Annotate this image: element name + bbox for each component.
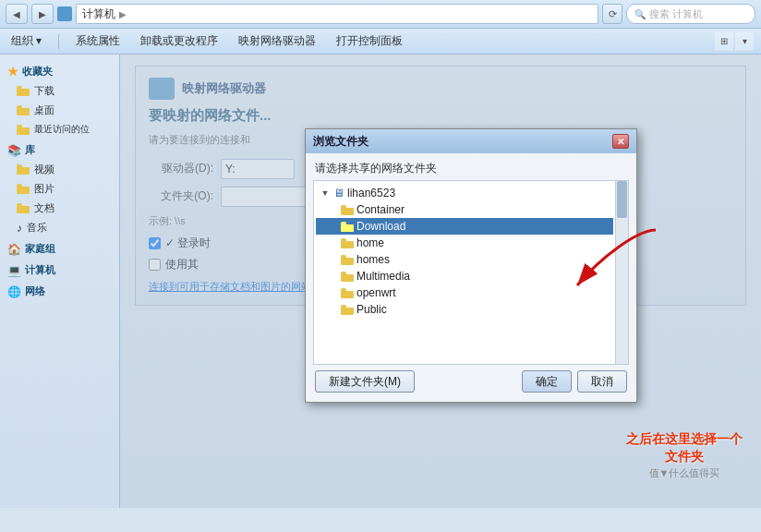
forward-button[interactable]: ▶ — [31, 4, 54, 24]
view-dropdown-button[interactable]: ▾ — [735, 32, 754, 51]
tree-content: ▼ 🖥 lihan6523 Container — [314, 181, 628, 321]
folder-tree[interactable]: ▼ 🖥 lihan6523 Container — [313, 180, 629, 365]
search-placeholder: 搜索 计算机 — [649, 7, 703, 21]
homegroup-icon: 🏠 — [7, 243, 21, 256]
sidebar-item-download[interactable]: 下载 — [0, 81, 119, 101]
computer-section: 💻 计算机 — [0, 260, 119, 280]
favorites-header[interactable]: ★ 收藏夹 — [0, 62, 119, 81]
system-properties-button[interactable]: 系统属性 — [72, 31, 124, 51]
scrollbar-thumb — [617, 181, 627, 218]
computer-side-icon: 💻 — [7, 264, 21, 277]
tree-scrollbar[interactable] — [615, 181, 628, 364]
breadcrumb-arrow: ▶ — [119, 9, 127, 19]
homegroup-label: 家庭组 — [25, 242, 55, 256]
folder-icon — [341, 222, 354, 232]
tree-node-openwrt[interactable]: openwrt — [316, 284, 613, 301]
annotation-line1: 之后在这里选择一个 — [626, 430, 743, 449]
expand-icon — [327, 304, 338, 315]
folder-icon — [17, 105, 30, 115]
sidebar-item-documents[interactable]: 文档 — [0, 199, 119, 218]
uninstall-button[interactable]: 卸载或更改程序 — [137, 31, 222, 51]
expand-icon — [327, 204, 338, 215]
homegroup-section: 🏠 家庭组 — [0, 239, 119, 259]
library-icon: 📚 — [7, 144, 21, 157]
sidebar-item-video[interactable]: 视频 — [0, 160, 119, 179]
refresh-button[interactable]: ⟳ — [602, 4, 622, 24]
network-label: 网络 — [25, 284, 45, 298]
folder-icon — [341, 272, 354, 282]
breadcrumb-label: 计算机 — [82, 6, 115, 22]
computer-header[interactable]: 💻 计算机 — [0, 260, 119, 280]
toolbar: 组织 ▾ 系统属性 卸载或更改程序 映射网络驱动器 打开控制面板 ⊞ ▾ — [0, 29, 761, 54]
dialog-footer-left: 新建文件夹(M) — [315, 370, 415, 393]
dialog-tree-container: ▼ 🖥 lihan6523 Container — [313, 180, 629, 365]
expand-icon — [327, 271, 338, 282]
computer-label: 计算机 — [25, 263, 55, 277]
tree-node-container[interactable]: Container — [316, 201, 613, 218]
network-section: 🌐 网络 — [0, 282, 119, 301]
tree-expand-icon: ▼ — [320, 187, 331, 199]
content-panel: 映射网络驱动器 要映射的网络文件... 请为要连接到的连接和 驱动器(D): 文… — [120, 54, 761, 508]
address-bar: ◀ ▶ 计算机 ▶ ⟳ 🔍 搜索 计算机 — [0, 0, 761, 29]
sidebar-item-desktop[interactable]: 桌面 — [0, 101, 119, 120]
dialog-prompt: 请选择共享的网络文件夹 — [315, 162, 437, 175]
dialog-footer: 新建文件夹(M) 确定 取消 — [306, 365, 636, 402]
library-section: 📚 库 视频 图片 文档 ♪ 音乐 — [0, 140, 119, 237]
folder-icon — [341, 305, 354, 315]
tree-node-root[interactable]: ▼ 🖥 lihan6523 — [316, 185, 613, 201]
tree-node-public[interactable]: Public — [316, 301, 613, 318]
homegroup-header[interactable]: 🏠 家庭组 — [0, 239, 119, 259]
ok-button[interactable]: 确定 — [522, 370, 572, 393]
dialog-title: 浏览文件夹 — [313, 134, 368, 150]
view-button[interactable]: ⊞ — [715, 32, 733, 51]
search-bar[interactable]: 🔍 搜索 计算机 — [626, 4, 755, 24]
network-header[interactable]: 🌐 网络 — [0, 282, 119, 301]
music-icon: ♪ — [17, 222, 22, 235]
browse-folder-dialog: 浏览文件夹 ✕ 请选择共享的网络文件夹 ▼ 🖥 lihan6523 — [305, 128, 637, 403]
tree-node-homes[interactable]: homes — [316, 251, 613, 268]
dialog-footer-right: 确定 取消 — [522, 370, 627, 393]
sidebar: ★ 收藏夹 下载 桌面 最近访问的位 📚 库 视频 — [0, 54, 120, 508]
map-drive-button[interactable]: 映射网络驱动器 — [235, 31, 320, 51]
folder-icon — [341, 288, 354, 298]
main-area: ★ 收藏夹 下载 桌面 最近访问的位 📚 库 视频 — [0, 54, 761, 508]
computer-icon — [57, 6, 72, 21]
nas-icon: 🖥 — [333, 187, 344, 200]
toolbar-separator — [58, 34, 59, 49]
expand-icon — [327, 254, 338, 265]
dialog-close-button[interactable]: ✕ — [612, 134, 629, 149]
breadcrumb-bar[interactable]: 计算机 ▶ — [76, 4, 598, 24]
folder-icon — [17, 184, 30, 194]
folder-icon — [17, 125, 30, 135]
view-options: ⊞ ▾ — [715, 32, 754, 51]
folder-icon — [17, 164, 30, 175]
network-icon: 🌐 — [7, 285, 21, 298]
favorites-section: ★ 收藏夹 下载 桌面 最近访问的位 — [0, 62, 119, 139]
folder-icon — [17, 203, 30, 213]
control-panel-button[interactable]: 打开控制面板 — [332, 31, 406, 51]
sidebar-item-recent[interactable]: 最近访问的位 — [0, 120, 119, 139]
cancel-button[interactable]: 取消 — [577, 370, 627, 393]
organize-button[interactable]: 组织 ▾ — [7, 31, 45, 51]
star-icon: ★ — [7, 65, 18, 79]
new-folder-button[interactable]: 新建文件夹(M) — [315, 370, 415, 393]
sidebar-item-pictures[interactable]: 图片 — [0, 179, 119, 199]
library-header[interactable]: 📚 库 — [0, 140, 119, 160]
search-icon: 🔍 — [634, 9, 646, 19]
folder-icon — [341, 238, 354, 248]
tree-node-download[interactable]: Download — [316, 218, 613, 235]
tree-node-home[interactable]: home — [316, 235, 613, 251]
annotation-line2: 文件夹 — [626, 448, 743, 466]
dialog-prompt-area: 请选择共享的网络文件夹 — [306, 153, 636, 180]
sidebar-item-music[interactable]: ♪ 音乐 — [0, 218, 119, 237]
tree-root-label: lihan6523 — [347, 187, 395, 200]
favorites-label: 收藏夹 — [22, 65, 53, 79]
expand-icon — [327, 237, 338, 248]
annotation-sub: 值▼什么值得买 — [626, 466, 743, 480]
folder-icon — [17, 86, 30, 96]
tree-node-multimedia[interactable]: Multimedia — [316, 268, 613, 284]
folder-icon — [341, 205, 354, 215]
expand-icon — [327, 287, 338, 298]
back-button[interactable]: ◀ — [6, 4, 28, 24]
expand-icon — [327, 221, 338, 232]
